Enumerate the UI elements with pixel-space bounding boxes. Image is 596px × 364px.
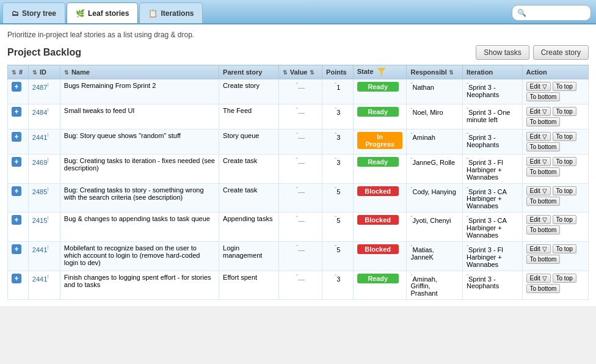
parent-story-text: Effort spent — [223, 274, 257, 281]
create-story-button[interactable]: Create story — [533, 45, 589, 60]
row-value-cell: ˆ— — [278, 79, 322, 104]
col-header-responsible[interactable]: Responsibl ⇅ — [407, 65, 462, 79]
to-bottom-button[interactable]: To bottom — [526, 142, 561, 151]
col-header-action: Action — [522, 65, 588, 79]
story-id-link[interactable]: 2484 — [32, 109, 47, 116]
col-header-parent[interactable]: Parent story — [219, 65, 279, 79]
parent-story-text: Create task — [223, 186, 257, 194]
row-drag-handle[interactable]: + — [8, 104, 29, 129]
expand-button[interactable]: + — [12, 132, 21, 142]
to-bottom-button[interactable]: To bottom — [526, 255, 561, 264]
story-id-link[interactable]: 2485 — [32, 187, 47, 195]
expand-button[interactable]: + — [12, 82, 21, 92]
edit-button[interactable]: Edit ▽ — [526, 274, 551, 283]
col-header-name[interactable]: ⇅ Name — [60, 65, 219, 79]
tab-iterations[interactable]: 📋 Iterations — [139, 2, 203, 23]
row-points-cell: ˆ5 — [322, 213, 354, 242]
row-drag-handle[interactable]: + — [8, 155, 29, 184]
id-superscript: ! — [47, 244, 49, 250]
expand-button[interactable]: + — [12, 186, 21, 196]
expand-button[interactable]: + — [12, 215, 21, 225]
row-drag-handle[interactable]: + — [8, 242, 29, 271]
search-icon: 🔍 — [517, 9, 526, 17]
story-id-link[interactable]: 2441 — [32, 246, 47, 253]
row-drag-handle[interactable]: + — [8, 213, 29, 242]
edit-button[interactable]: Edit ▽ — [526, 82, 551, 91]
col-header-hash[interactable]: ⇅ # — [8, 65, 29, 79]
row-responsible-cell: ˆMatias, JanneK — [407, 242, 462, 271]
story-id-link[interactable]: 2441 — [32, 275, 47, 282]
row-points-cell: ˆ3 — [322, 155, 354, 184]
id-superscript: ! — [47, 107, 49, 113]
col-header-id[interactable]: ⇅ ID — [28, 65, 60, 79]
action-row-bottom: To bottom — [526, 225, 584, 235]
story-id-link[interactable]: 2415 — [32, 217, 47, 224]
expand-button[interactable]: + — [12, 244, 21, 254]
tab-bar: 🗂 Story tree 🌿 Leaf stories 📋 Iterations… — [0, 0, 596, 24]
col-header-points: Points — [322, 65, 354, 79]
parent-story-text: Appending tasks — [223, 215, 272, 222]
to-top-button[interactable]: To top — [553, 186, 576, 195]
expand-button[interactable]: + — [12, 274, 21, 283]
search-box[interactable]: 🔍 — [512, 5, 591, 21]
id-superscript: ! — [47, 215, 49, 221]
edit-button[interactable]: Edit ▽ — [526, 157, 551, 166]
edit-button[interactable]: Edit ▽ — [526, 107, 551, 116]
action-row-bottom: To bottom — [526, 284, 584, 293]
col-header-state[interactable]: State — [353, 65, 407, 79]
id-superscript: ! — [47, 82, 49, 88]
to-bottom-button[interactable]: To bottom — [526, 117, 561, 126]
col-header-value[interactable]: ⇅ Value ⇅ — [278, 65, 322, 79]
tab-iterations-label: Iterations — [161, 9, 194, 18]
value-dash: — — [298, 275, 305, 282]
to-bottom-button[interactable]: To bottom — [526, 92, 561, 101]
points-superscript: ˆ — [335, 157, 336, 163]
expand-button[interactable]: + — [12, 107, 21, 117]
show-tasks-button[interactable]: Show tasks — [476, 45, 529, 60]
table-row: + 2441! Finish changes to logging spent … — [8, 271, 589, 300]
to-bottom-button[interactable]: To bottom — [526, 197, 561, 206]
tab-story-tree[interactable]: 🗂 Story tree — [2, 2, 65, 23]
points-superscript: ˆ — [335, 274, 336, 280]
row-drag-handle[interactable]: + — [8, 79, 29, 104]
state-badge: Blocked — [357, 244, 399, 254]
search-input[interactable] — [526, 9, 586, 17]
state-filter-icon[interactable] — [377, 68, 386, 76]
responsible-text: Nathan — [412, 84, 434, 91]
row-drag-handle[interactable]: + — [8, 271, 29, 300]
to-top-button[interactable]: To top — [553, 274, 576, 283]
to-top-button[interactable]: To top — [553, 107, 576, 116]
edit-button[interactable]: Edit ▽ — [526, 215, 551, 224]
row-drag-handle[interactable]: + — [8, 129, 29, 155]
row-responsible-cell: ˆNoel, Miro — [407, 104, 462, 129]
story-name-text: Bug: Story queue shows "random" stuff — [64, 132, 181, 139]
to-top-button[interactable]: To top — [553, 215, 576, 224]
row-responsible-cell: ˆAminah — [407, 129, 462, 155]
row-parent-cell: Effort spent — [219, 271, 279, 300]
parent-story-text: The Feed — [223, 107, 252, 114]
story-id-link[interactable]: 2441 — [32, 134, 47, 141]
row-drag-handle[interactable]: + — [8, 183, 29, 213]
expand-button[interactable]: + — [12, 157, 21, 167]
row-action-cell: Edit ▽ To top To bottom — [522, 213, 588, 242]
tab-leaf-stories[interactable]: 🌿 Leaf stories — [67, 2, 138, 23]
story-id-link[interactable]: 2487 — [32, 84, 47, 91]
action-buttons: Edit ▽ To top To bottom — [526, 107, 584, 126]
row-id-cell: 2441! — [28, 271, 60, 300]
to-top-button[interactable]: To top — [553, 244, 576, 253]
to-bottom-button[interactable]: To bottom — [526, 225, 561, 235]
edit-button[interactable]: Edit ▽ — [526, 186, 551, 195]
row-points-cell: ˆ1 — [322, 79, 354, 104]
col-header-iteration[interactable]: Iteration — [462, 65, 522, 79]
to-top-button[interactable]: To top — [553, 82, 576, 91]
to-top-button[interactable]: To top — [553, 132, 576, 141]
to-bottom-button[interactable]: To bottom — [526, 167, 561, 177]
story-id-link[interactable]: 2469 — [32, 159, 47, 166]
edit-button[interactable]: Edit ▽ — [526, 132, 551, 141]
row-value-cell: ˆ— — [278, 155, 322, 184]
edit-button[interactable]: Edit ▽ — [526, 244, 551, 253]
responsible-text: Aminah, Griffin, Prashant — [410, 275, 437, 297]
state-badge: Ready — [357, 107, 399, 117]
to-bottom-button[interactable]: To bottom — [526, 284, 561, 293]
to-top-button[interactable]: To top — [553, 157, 576, 166]
